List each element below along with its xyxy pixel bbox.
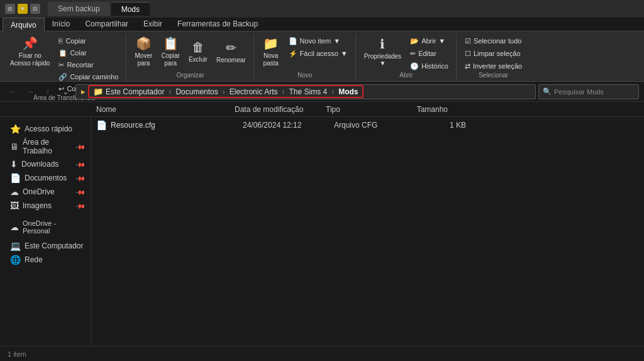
propriedades-icon: ℹ [380,36,385,52]
sidebar-quick-access[interactable]: ⭐ Acesso rápido [0,122,91,136]
file-date: 24/06/2024 12:12 [243,121,334,130]
search-icon: 🔍 [543,87,552,96]
recortar-btn[interactable]: ✂ Recortar [55,59,122,70]
tab-container: Sem backup Mods [48,2,639,16]
excluir-icon: 🗑 [192,40,204,55]
copiar-icon: ⎘ [58,37,63,45]
renomear-btn[interactable]: ✏ Renomear [213,35,250,68]
ribbon-group-abrir: ℹ Propriedades ▼ 📂 Abrir ▼ ✏ Editar 🕐 Hi… [357,34,457,81]
copiar-caminho-btn[interactable]: 🔗 Copiar caminho [55,71,122,82]
breadcrumb-mods[interactable]: Mods [338,87,358,96]
ribbon-tab-exibir[interactable]: Exibir [136,17,170,31]
file-row[interactable]: 📄 Resource.cfg 24/06/2024 12:12 Arquivo … [91,118,644,132]
copiar-para-btn[interactable]: 📋 Copiarpara [157,35,183,68]
recortar-label: Recortar [67,61,93,69]
status-bar: 1 item [0,346,644,361]
window-icon-1: ⊞ [5,4,15,14]
recortar-icon: ✂ [58,61,64,69]
sidebar-item-desktop[interactable]: 🖥 Área de Trabalho 📌 [0,136,91,157]
historico-btn[interactable]: 🕐 Histórico [406,60,452,72]
sidebar: ⭐ Acesso rápido 🖥 Área de Trabalho 📌 ⬇ D… [0,117,91,346]
copiar-para-label: Copiarpara [161,52,179,67]
ribbon-tabs: Arquivo Início Compartilhar Exibir Ferra… [0,18,644,31]
limpar-selecao-btn[interactable]: ☐ Limpar seleção [461,48,526,59]
sidebar-item-onedrive-personal[interactable]: ☁ OneDrive - Personal [0,218,91,236]
mover-icon: 📦 [136,36,152,51]
renomear-icon: ✏ [226,40,236,55]
sidebar-item-computer[interactable]: 💻 Este Computador [0,239,91,253]
propriedades-btn[interactable]: ℹ Propriedades ▼ [360,35,405,68]
editar-btn[interactable]: ✏ Editar [406,48,452,59]
onedrive-pin: 📌 [75,187,86,197]
sidebar-item-network[interactable]: 🌐 Rede [0,253,91,267]
copiar-btn[interactable]: ⎘ Copiar [55,35,122,47]
novo-item-arrow: ▼ [333,37,340,45]
selecionar-tudo-label: Selecionar tudo [474,37,521,45]
nav-forward-btn[interactable]: → [23,84,38,99]
ribbon-tab-compartilhar[interactable]: Compartilhar [77,17,136,31]
tab-sem-backup[interactable]: Sem backup [48,2,110,16]
col-header-type[interactable]: Tipo [321,105,396,114]
copiar-caminho-icon: 🔗 [58,73,67,81]
nav-down-btn[interactable]: ⌄ [58,84,73,99]
renomear-label: Renomear [216,57,246,64]
ribbon-tab-arquivo[interactable]: Arquivo [3,18,45,31]
novo-item-btn[interactable]: 📄 Novo item ▼ [285,35,352,47]
nova-pasta-btn[interactable]: 📁 Novapasta [258,35,284,68]
title-bar-icons: ⊞ ▼ ⊟ [5,4,40,14]
inverter-selecao-btn[interactable]: ⇄ Inverter seleção [461,60,526,72]
tab-mods[interactable]: Mods [111,2,150,16]
inverter-selecao-label: Inverter seleção [473,62,522,70]
desktop-icon: 🖥 [10,142,19,152]
organizar-label: Organizar [177,72,204,80]
breadcrumb-the-sims[interactable]: The Sims 4 [289,87,327,96]
onedrive-icon: ☁ [10,187,19,197]
editar-label: Editar [418,50,436,57]
mover-btn[interactable]: 📦 Moverpara [131,35,156,68]
documents-pin: 📌 [75,173,86,183]
col-header-name[interactable]: Nome [91,105,230,114]
excluir-btn[interactable]: 🗑 Excluir [185,35,211,68]
editar-icon: ✏ [410,50,416,58]
search-box[interactable]: 🔍 Pesquisar Mods [538,84,639,99]
folder-icon: ▸ [81,87,86,96]
window-icon-2: ▼ [18,4,28,14]
fixar-btn[interactable]: 📌 Fixar noAcesso rápido [6,35,53,68]
onedrive-personal-icon: ☁ [10,222,19,232]
abrir-icon: 📂 [410,37,419,45]
abrir-btn[interactable]: 📂 Abrir ▼ [406,35,452,47]
breadcrumb-computer[interactable]: Este Computador [106,87,164,96]
col-header-modified[interactable]: Data de modificação [230,105,321,114]
sidebar-item-onedrive[interactable]: ☁ OneDrive 📌 [0,185,91,199]
nova-pasta-label: Novapasta [263,52,278,67]
colar-btn[interactable]: 📋 Colar [55,47,122,58]
facil-acesso-btn[interactable]: ⚡ Fácil acesso ▼ [285,48,352,59]
address-path[interactable]: ▸ 📁 Este Computador › Documentos › Elect… [75,84,536,99]
breadcrumb-documents[interactable]: Documentos [175,87,218,96]
images-pin: 📌 [75,201,86,211]
ribbon-tab-inicio[interactable]: Início [45,17,78,31]
breadcrumb-highlighted: 📁 Este Computador › Documentos › Electro… [88,85,364,98]
nova-pasta-icon: 📁 [263,36,279,51]
sidebar-item-documents[interactable]: 📄 Documentos 📌 [0,171,91,185]
sidebar-item-images[interactable]: 🖼 Imagens 📌 [0,199,91,213]
column-headers: Nome Data de modificação Tipo Tamanho [0,102,644,117]
ribbon-tab-ferramentas[interactable]: Ferramentas de Backup [170,17,265,31]
abrir-label: Abrir [399,72,413,80]
sidebar-item-downloads[interactable]: ⬇ Downloads 📌 [0,157,91,171]
nav-up-btn[interactable]: ↑ [40,84,55,99]
downloads-pin: 📌 [75,159,86,169]
inverter-selecao-icon: ⇄ [465,62,470,70]
breadcrumb-electronic-arts[interactable]: Electronic Arts [230,87,278,96]
colar-icon: 📋 [58,49,67,57]
mover-label: Moverpara [135,52,153,67]
search-placeholder: Pesquisar Mods [554,88,604,96]
selecionar-tudo-btn[interactable]: ☑ Selecionar tudo [461,35,526,47]
computer-icon: 💻 [10,241,21,251]
ribbon-items-abrir: ℹ Propriedades ▼ 📂 Abrir ▼ ✏ Editar 🕐 Hi… [360,35,452,72]
images-icon: 🖼 [10,201,19,211]
col-header-size[interactable]: Tamanho [396,105,453,114]
file-list: 📄 Resource.cfg 24/06/2024 12:12 Arquivo … [91,117,644,346]
file-cfg-icon: 📄 [96,120,107,130]
nav-back-btn[interactable]: ← [5,84,20,99]
